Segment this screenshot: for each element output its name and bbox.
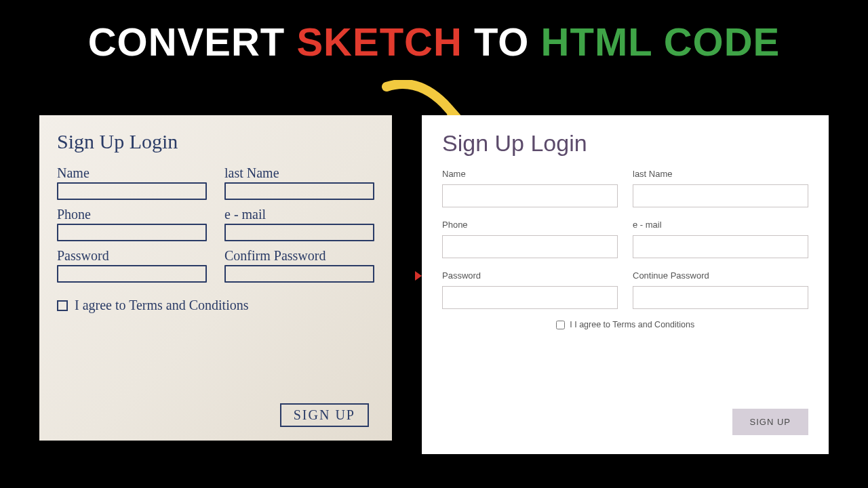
sketch-signup-button: SIGN UP: [280, 403, 369, 427]
sketch-title: Sign Up Login: [57, 130, 374, 153]
rendered-label-name: Name: [442, 169, 618, 179]
rendered-field-phone: Phone: [442, 220, 618, 265]
sketch-label-name: Name: [57, 165, 207, 181]
headline-word-sketch: SKETCH: [296, 20, 462, 64]
sketch-input-email: [224, 224, 374, 241]
rendered-label-confirm: Continue Password: [633, 270, 808, 281]
phone-input[interactable]: [442, 235, 618, 258]
rendered-terms-row: I I agree to Terms and Conditions: [442, 320, 808, 329]
sketch-input-lastname: [224, 182, 374, 200]
sketch-label-phone: Phone: [57, 207, 207, 222]
sketch-label-password: Password: [57, 248, 207, 264]
sketch-field-email: e - mail: [224, 207, 374, 241]
sketch-field-confirm: Confirm Password: [224, 248, 374, 283]
headline-word-convert: CONVERT: [88, 20, 285, 64]
rendered-field-lastname: last Name: [633, 169, 808, 214]
sketch-field-password: Password: [57, 248, 207, 283]
terms-checkbox[interactable]: [556, 321, 565, 329]
rendered-label-lastname: last Name: [633, 169, 808, 179]
headline-word-html: HTML CODE: [541, 20, 781, 64]
rendered-label-email: e - mail: [633, 220, 808, 230]
sketch-checkbox-icon: [57, 300, 68, 311]
name-input[interactable]: [442, 184, 618, 207]
rendered-field-confirm: Continue Password: [633, 270, 808, 316]
sketch-input-confirm: [224, 265, 374, 283]
rendered-field-email: e - mail: [633, 220, 808, 265]
sketch-label-confirm: Confirm Password: [224, 248, 374, 264]
rendered-label-phone: Phone: [442, 220, 618, 230]
rendered-field-password: Password: [442, 270, 618, 316]
sketch-field-name: Name: [57, 165, 207, 200]
confirm-password-input[interactable]: [633, 286, 808, 309]
lastname-input[interactable]: [633, 184, 808, 207]
rendered-terms-text: I I agree to Terms and Conditions: [570, 320, 694, 329]
sketch-terms-row: I agree to Terms and Conditions: [57, 298, 374, 313]
password-input[interactable]: [442, 286, 618, 309]
sketch-label-email: e - mail: [224, 207, 374, 222]
sketch-field-lastname: last Name: [224, 165, 374, 200]
sketch-input-name: [57, 182, 207, 200]
caret-icon: [415, 271, 422, 281]
sketch-field-phone: Phone: [57, 207, 207, 241]
sketch-panel: Sign Up Login Name last Name Phone e - m…: [39, 115, 392, 441]
headline-word-to: TO: [474, 20, 530, 64]
rendered-label-password: Password: [442, 270, 618, 281]
sketch-input-password: [57, 265, 207, 283]
sketch-label-lastname: last Name: [224, 165, 374, 181]
headline: CONVERT SKETCH TO HTML CODE: [0, 0, 868, 64]
signup-button[interactable]: SIGN UP: [732, 409, 808, 435]
rendered-panel: Sign Up Login Name last Name Phone e - m…: [422, 115, 829, 454]
sketch-terms-text: I agree to Terms and Conditions: [75, 298, 249, 313]
email-input[interactable]: [633, 235, 808, 258]
sketch-input-phone: [57, 224, 207, 241]
rendered-title: Sign Up Login: [442, 130, 808, 157]
rendered-field-name: Name: [442, 169, 618, 214]
